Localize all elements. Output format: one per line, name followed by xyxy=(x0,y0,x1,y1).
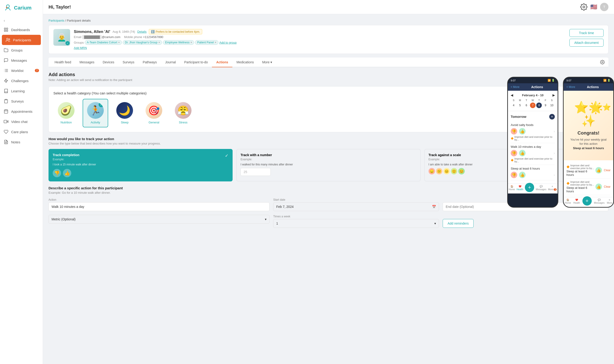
settings-icon[interactable] xyxy=(580,3,587,11)
sidebar-item-care-plans[interactable]: Care plans xyxy=(0,127,43,137)
sidebar-item-surveys[interactable]: Surveys xyxy=(0,96,43,106)
sleep-label: Sleep xyxy=(121,121,128,124)
sidebar-item-worklist[interactable]: Worklist 7 xyxy=(0,65,43,76)
add-mrn-link[interactable]: Add MRN xyxy=(74,46,87,50)
action-label: Action xyxy=(49,198,269,201)
phone-2-nav-plus[interactable]: + xyxy=(582,196,592,206)
thumbs-up-0[interactable]: 👍 xyxy=(519,128,526,135)
tab-settings-btn[interactable] xyxy=(598,58,607,67)
track-time-button[interactable]: Track time xyxy=(569,29,603,37)
congrats-controls-1: 👍 Clear xyxy=(595,183,611,190)
cal-prev[interactable]: ◀ xyxy=(511,93,513,97)
thumbs-down-1[interactable]: 👎 xyxy=(511,150,517,156)
svg-marker-20 xyxy=(7,121,8,122)
start-date-input[interactable]: Feb 7, 2024 📅 xyxy=(273,202,439,211)
calendar-icon xyxy=(4,109,8,114)
scale-3: 😐 xyxy=(443,168,450,174)
breadcrumb-separator: / xyxy=(65,19,67,22)
phone-2-nav-messages[interactable]: 💬 Messages xyxy=(594,199,605,206)
sidebar-item-participants[interactable]: Participants xyxy=(2,35,41,45)
phone-2-nav-home[interactable]: 🏠 Home xyxy=(565,199,571,206)
mobile-label: Mobile phone xyxy=(124,35,142,39)
thumbs-down-0[interactable]: 👎 xyxy=(511,128,517,135)
congrats-thumb-1[interactable]: 👍 xyxy=(595,183,602,190)
thumbs-up-2[interactable]: 👍 xyxy=(519,172,526,178)
phone-1-content: ◀ February 4 - 10 ▶ S M T W T F S xyxy=(508,91,558,183)
congrats-screen: ⭐🌟✨ ⭐ Congrats! You've hit your weekly g… xyxy=(564,91,613,160)
add-group-link[interactable]: Add to group xyxy=(219,41,237,44)
p2-home-icon: 🏠 xyxy=(566,199,569,201)
tab-health-feed[interactable]: Health feed xyxy=(50,58,75,67)
numeric-input[interactable] xyxy=(240,168,271,176)
sidebar-item-dashboards[interactable]: Dashboards xyxy=(0,25,43,35)
phone-1-back[interactable]: < More xyxy=(511,85,520,89)
sidebar-item-messages[interactable]: Messages xyxy=(0,55,43,65)
phone-2-nav-health[interactable]: ❤️ Health xyxy=(573,199,580,206)
metric-select[interactable]: Metric (Optional) ▾ xyxy=(49,215,269,224)
metric-chevron: ▾ xyxy=(265,217,267,221)
attach-document-button[interactable]: Attach document xyxy=(569,39,603,47)
more-icon: ≡ xyxy=(552,185,553,188)
congrats-action: Sleep at least 6 hours xyxy=(573,146,604,150)
times-select[interactable]: 1 ▾ xyxy=(273,219,439,228)
tab-participant-todo[interactable]: Participant to-do xyxy=(180,58,212,67)
congrats-thumb-0[interactable]: 👍 xyxy=(595,167,602,173)
category-nutrition[interactable]: 🥑 Nutrition xyxy=(53,99,79,127)
sidebar-collapse-btn[interactable]: ‹ xyxy=(0,17,43,25)
tab-messages[interactable]: Messages xyxy=(75,58,99,67)
phone-nav-messages[interactable]: 💬 Messages xyxy=(536,185,547,192)
action-input[interactable] xyxy=(49,202,269,211)
sidebar-label-appointments: Appointments xyxy=(11,109,32,114)
tab-journal[interactable]: Journal xyxy=(161,58,180,67)
tab-pathways[interactable]: Pathways xyxy=(139,58,161,67)
congrats-clear-1[interactable]: Clear xyxy=(604,185,611,188)
tab-medications[interactable]: Medications xyxy=(232,58,258,67)
section-title: Add actions xyxy=(49,72,608,77)
phone-action-controls-0: 👎 👍 › xyxy=(511,128,555,135)
phone-2-nav-more[interactable]: ≡ More xyxy=(607,199,612,206)
category-general[interactable]: 🎯 General xyxy=(141,99,167,127)
track-completion[interactable]: Track completion Example: I took a 15 mi… xyxy=(49,149,233,182)
phone-2-back[interactable]: < More xyxy=(566,85,575,89)
sidebar-item-learning[interactable]: Learning xyxy=(0,86,43,96)
reminders-group: Add reminders xyxy=(443,215,608,228)
track-number[interactable]: Track with a number Example: I walked fo… xyxy=(236,149,420,182)
thumbs-up-1[interactable]: 👍 xyxy=(519,150,526,156)
sidebar-item-challenges[interactable]: Challenges xyxy=(0,76,43,86)
patient-details: Simmons, Allen 'Al' Aug 8, 1949 (74) Det… xyxy=(74,29,237,50)
tab-devices[interactable]: Devices xyxy=(98,58,118,67)
times-group: Times a week 1 ▾ xyxy=(273,215,439,228)
sidebar-item-video-chat[interactable]: Video chat xyxy=(0,117,43,127)
category-activity[interactable]: 🏃 ✓ Activity xyxy=(83,99,108,127)
number-title: Track with a number xyxy=(240,153,416,157)
cal-next[interactable]: ▶ xyxy=(552,93,555,97)
sidebar-item-notes[interactable]: Notes xyxy=(0,137,43,147)
breadcrumb-parent[interactable]: Participants xyxy=(49,19,64,22)
phone-nav-more[interactable]: ≡ More 3 xyxy=(548,185,557,192)
phone-2-content: ⭐🌟✨ ⭐ Congrats! You've hit your weekly g… xyxy=(564,91,613,197)
add-reminders-button[interactable]: Add reminders xyxy=(443,219,474,228)
category-sleep[interactable]: 🌙 Sleep xyxy=(112,99,137,127)
tab-surveys[interactable]: Surveys xyxy=(118,58,139,67)
folder-icon xyxy=(4,48,8,52)
phone-add-btn[interactable]: + xyxy=(549,114,555,119)
stress-label: Stress xyxy=(179,121,187,124)
phone-1-icons: 📶 🔋 xyxy=(547,79,555,82)
avatar[interactable]: T xyxy=(600,3,608,11)
sidebar-item-appointments[interactable]: Appointments xyxy=(0,106,43,117)
scale-5: 😊 xyxy=(458,168,465,174)
svg-point-6 xyxy=(6,38,8,40)
group-tag-3: Patient Panel × xyxy=(195,40,218,45)
thumbs-down-2[interactable]: 👎 xyxy=(511,172,517,178)
congrats-clear-0[interactable]: Clear xyxy=(604,169,611,172)
sidebar-item-groups[interactable]: Groups xyxy=(0,45,43,55)
phone-nav-health[interactable]: ❤️ Health xyxy=(517,185,523,192)
category-stress[interactable]: 😤 Stress xyxy=(170,99,196,127)
email-label: Email xyxy=(74,35,81,39)
patient-details-link[interactable]: Details xyxy=(137,30,147,33)
tab-actions[interactable]: Actions xyxy=(212,58,232,67)
messages-icon: 💬 xyxy=(540,185,543,188)
phone-nav-plus[interactable]: + xyxy=(525,183,534,192)
phone-nav-home[interactable]: 🏠 Home xyxy=(509,185,515,192)
tab-more[interactable]: More ▾ xyxy=(258,58,276,67)
